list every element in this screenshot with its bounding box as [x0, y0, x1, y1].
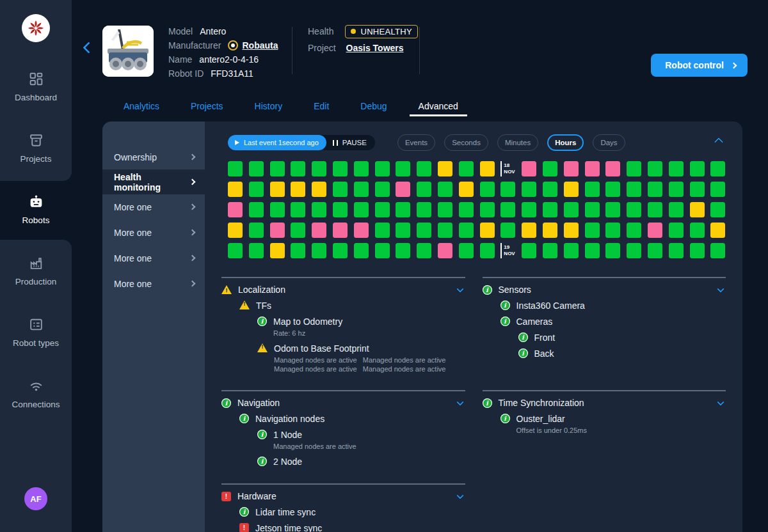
status-cell-ok[interactable]	[396, 202, 410, 217]
tab-projects[interactable]: Projects	[191, 101, 223, 111]
sidebar-item-production[interactable]: Production	[0, 254, 72, 286]
status-cell-error[interactable]	[648, 223, 662, 238]
status-cell-ok[interactable]	[291, 223, 305, 238]
status-cell-ok[interactable]	[417, 182, 431, 197]
subnav-item-more-one-3[interactable]: More one	[102, 220, 205, 245]
status-cell-ok[interactable]	[249, 223, 264, 238]
status-cell-warning[interactable]	[522, 223, 536, 238]
range-button-days[interactable]: Days	[593, 134, 625, 151]
status-cell-warning[interactable]	[710, 223, 725, 238]
status-cell-ok[interactable]	[459, 161, 474, 176]
panel-collapse-chevron-down-icon[interactable]	[456, 285, 463, 292]
status-cell-warning[interactable]	[291, 182, 305, 197]
status-cell-ok[interactable]	[669, 243, 684, 258]
status-cell-ok[interactable]	[375, 161, 390, 176]
status-cell-ok[interactable]	[291, 243, 305, 258]
status-cell-warning[interactable]	[480, 223, 495, 238]
status-cell-ok[interactable]	[459, 202, 474, 217]
range-button-minutes[interactable]: Minutes	[497, 134, 538, 151]
status-cell-ok[interactable]	[710, 202, 725, 217]
status-cell-ok[interactable]	[648, 243, 662, 258]
status-cell-ok[interactable]	[228, 243, 243, 258]
status-cell-ok[interactable]	[710, 161, 725, 176]
status-cell-ok[interactable]	[396, 243, 410, 258]
status-cell-ok[interactable]	[690, 243, 705, 258]
status-cell-error[interactable]	[228, 202, 243, 217]
status-cell-ok[interactable]	[249, 202, 264, 217]
status-cell-ok[interactable]	[375, 182, 390, 197]
status-cell-warning[interactable]	[480, 161, 495, 176]
status-cell-ok[interactable]	[396, 161, 410, 176]
status-cell-ok[interactable]	[522, 202, 536, 217]
last-event-play-pill[interactable]: Last event 1second ago	[228, 135, 326, 150]
status-cell-ok[interactable]	[690, 223, 705, 238]
status-cell-ok[interactable]	[438, 223, 452, 238]
status-cell-ok[interactable]	[605, 223, 620, 238]
status-cell-ok[interactable]	[396, 223, 410, 238]
status-cell-ok[interactable]	[291, 202, 305, 217]
status-cell-ok[interactable]	[543, 161, 557, 176]
status-cell-ok[interactable]	[291, 161, 305, 176]
status-cell-error[interactable]	[605, 161, 620, 176]
status-cell-error[interactable]	[564, 161, 579, 176]
status-cell-ok[interactable]	[543, 182, 557, 197]
status-cell-ok[interactable]	[605, 243, 620, 258]
project-link[interactable]: Oasis Towers	[346, 43, 404, 53]
status-cell-ok[interactable]	[354, 161, 369, 176]
status-cell-ok[interactable]	[500, 182, 515, 197]
status-cell-warning[interactable]	[228, 182, 243, 197]
status-cell-warning[interactable]	[564, 223, 579, 238]
range-button-hours[interactable]: Hours	[547, 134, 584, 151]
status-cell-ok[interactable]	[648, 161, 662, 176]
user-avatar[interactable]: AF	[24, 487, 47, 510]
sidebar-item-dashboard[interactable]: Dashboard	[0, 70, 72, 102]
status-cell-ok[interactable]	[417, 202, 431, 217]
status-cell-ok[interactable]	[585, 182, 600, 197]
status-cell-ok[interactable]	[669, 202, 684, 217]
status-cell-ok[interactable]	[500, 202, 515, 217]
status-cell-warning[interactable]	[312, 182, 326, 197]
subnav-item-ownership-0[interactable]: Ownership	[102, 145, 205, 169]
collapse-chevron-up-icon[interactable]	[714, 137, 723, 146]
status-cell-warning[interactable]	[270, 243, 285, 258]
status-cell-warning[interactable]	[228, 223, 243, 238]
status-cell-ok[interactable]	[669, 223, 684, 238]
status-cell-warning[interactable]	[564, 182, 579, 197]
status-cell-ok[interactable]	[333, 161, 348, 176]
brand-logo[interactable]	[22, 14, 50, 42]
status-cell-ok[interactable]	[249, 182, 264, 197]
status-cell-ok[interactable]	[627, 223, 641, 238]
status-cell-ok[interactable]	[270, 202, 285, 217]
status-cell-ok[interactable]	[312, 202, 326, 217]
status-cell-ok[interactable]	[543, 243, 557, 258]
tab-edit[interactable]: Edit	[314, 101, 329, 111]
status-cell-ok[interactable]	[312, 243, 326, 258]
subnav-item-more-one-4[interactable]: More one	[102, 246, 205, 270]
status-cell-ok[interactable]	[438, 182, 452, 197]
sidebar-item-projects[interactable]: Projects	[0, 132, 72, 164]
robot-control-button[interactable]: Robot control	[651, 54, 748, 77]
status-cell-ok[interactable]	[522, 243, 536, 258]
status-cell-error[interactable]	[522, 161, 536, 176]
panel-collapse-chevron-down-icon[interactable]	[456, 492, 463, 499]
status-cell-ok[interactable]	[375, 243, 390, 258]
status-cell-ok[interactable]	[333, 182, 348, 197]
status-cell-error[interactable]	[438, 243, 452, 258]
status-cell-ok[interactable]	[480, 182, 495, 197]
status-cell-ok[interactable]	[333, 202, 348, 217]
status-cell-ok[interactable]	[480, 243, 495, 258]
status-cell-ok[interactable]	[249, 243, 264, 258]
status-cell-ok[interactable]	[690, 182, 705, 197]
status-cell-ok[interactable]	[605, 182, 620, 197]
status-cell-warning[interactable]	[690, 202, 705, 217]
status-cell-ok[interactable]	[627, 161, 641, 176]
range-button-events[interactable]: Events	[397, 134, 435, 151]
status-cell-warning[interactable]	[438, 161, 452, 176]
status-cell-ok[interactable]	[228, 161, 243, 176]
sidebar-item-robots[interactable]: Robots	[0, 193, 72, 225]
status-cell-ok[interactable]	[627, 182, 641, 197]
status-cell-ok[interactable]	[249, 161, 264, 176]
panel-collapse-chevron-down-icon[interactable]	[717, 285, 724, 292]
status-cell-ok[interactable]	[669, 182, 684, 197]
tab-advanced[interactable]: Advanced	[419, 101, 458, 111]
